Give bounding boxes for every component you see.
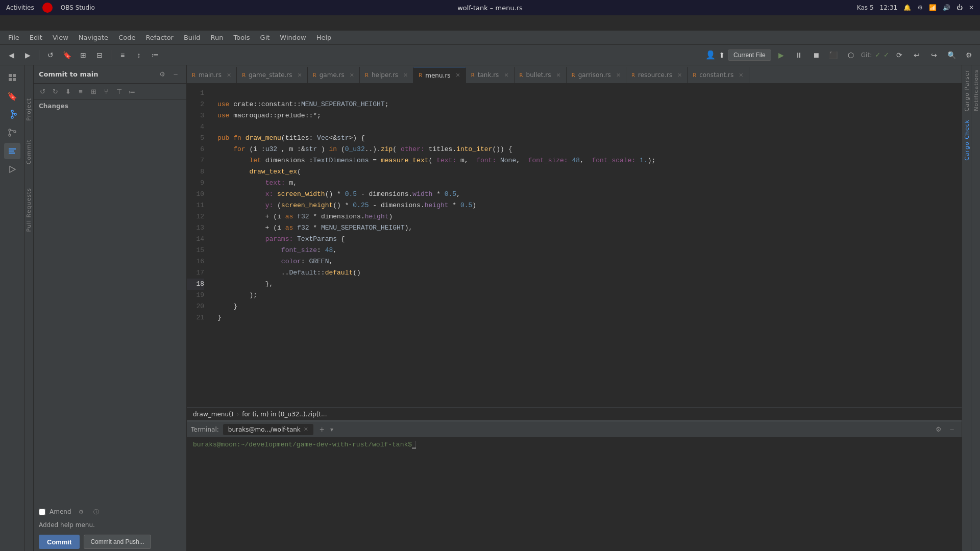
bell-icon[interactable]: 🔔 — [903, 4, 911, 11]
tab-close-menu-rs[interactable]: ✕ — [456, 72, 460, 79]
sidebar-icon-project[interactable] — [4, 69, 20, 86]
power-icon[interactable]: ⏻ — [957, 4, 963, 11]
git-undo[interactable]: ↩ — [910, 48, 924, 62]
menu-file[interactable]: File — [4, 33, 23, 42]
breadcrumb-loop[interactable]: for (i, m) in (0_u32..).zip(t... — [242, 411, 327, 418]
tab-tank-rs[interactable]: R tank.rs ✕ — [466, 67, 514, 83]
tab-close-constant-rs[interactable]: ✕ — [739, 72, 743, 79]
git-redo-btn[interactable]: ↻ — [50, 86, 61, 97]
tab-close-helper-rs[interactable]: ✕ — [403, 72, 408, 79]
tab-game-rs[interactable]: R game.rs ✕ — [308, 67, 360, 83]
git-branch-btn[interactable]: ⑂ — [101, 86, 112, 97]
sidebar-icon-bookmark[interactable]: 🔖 — [4, 88, 20, 104]
commit-push-button[interactable]: Commit and Push... — [84, 535, 151, 549]
coverage-btn[interactable]: ⬛ — [826, 48, 841, 62]
tab-close-main-rs[interactable]: ✕ — [227, 72, 231, 79]
user-label: Kas 5 — [857, 4, 874, 11]
git-fetch-btn[interactable]: ≡ — [75, 86, 86, 97]
menu-git[interactable]: Git — [256, 33, 274, 42]
breadcrumb-fn[interactable]: draw_menu() — [193, 411, 233, 418]
tab-bar: R main.rs ✕ R game_state.rs ✕ R game.rs … — [187, 65, 962, 84]
menu-build[interactable]: Build — [180, 33, 205, 42]
git-panel: Commit to main ⚙ – ↺ ↻ ⬇ ≡ ⊞ ⑂ ⊤ ≔ Chang… — [34, 65, 187, 551]
profile-btn[interactable]: ⬡ — [844, 48, 858, 62]
tab-main-rs[interactable]: R main.rs ✕ — [187, 67, 237, 83]
git-undo-btn[interactable]: ↺ — [37, 86, 48, 97]
menu-window[interactable]: Window — [276, 33, 310, 42]
toolbar-filter[interactable]: ≔ — [148, 48, 162, 62]
code-wrapper: 12345 678910 1112131415 161718192021 use… — [187, 84, 962, 407]
git-tag-btn[interactable]: ≔ — [126, 86, 137, 97]
window-close[interactable]: ✕ — [969, 4, 974, 11]
notifications-tab[interactable]: Notifications — [971, 65, 980, 115]
terminal-tab[interactable]: buraks@mo.../wolf-tank ✕ — [223, 424, 313, 435]
terminal-dropdown-btn[interactable]: ▾ — [330, 426, 333, 433]
menu-navigate[interactable]: Navigate — [75, 33, 112, 42]
toolbar-refresh[interactable]: ↺ — [43, 48, 58, 62]
volume-icon: 🔊 — [943, 4, 950, 11]
toolbar-bookmark[interactable]: 🔖 — [60, 48, 74, 62]
sidebar-icon-run[interactable] — [4, 161, 20, 178]
menu-view[interactable]: View — [48, 33, 72, 42]
commit-button[interactable]: Commit — [39, 535, 80, 549]
activities-label[interactable]: Activities — [6, 4, 34, 11]
terminal-tab-close[interactable]: ✕ — [304, 426, 308, 433]
settings-icon[interactable]: ⚙ — [917, 4, 923, 11]
tab-close-game-rs[interactable]: ✕ — [350, 72, 354, 79]
tab-game-state-rs[interactable]: R game_state.rs ✕ — [237, 67, 308, 83]
terminal-minimize-btn[interactable]: – — [946, 424, 958, 435]
sidebar-icon-git[interactable] — [4, 106, 20, 122]
sidebar-icons: 🔖 — [0, 65, 24, 551]
terminal-add-btn[interactable]: + — [320, 425, 324, 434]
tab-close-garrison-rs[interactable]: ✕ — [616, 72, 621, 79]
search-btn[interactable]: 🔍 — [944, 48, 959, 62]
amend-settings-btn[interactable]: ⚙ — [76, 506, 87, 517]
menu-run[interactable]: Run — [207, 33, 228, 42]
toolbar-layout[interactable]: ⊟ — [92, 48, 107, 62]
amend-checkbox[interactable] — [39, 509, 45, 515]
terminal-header: Terminal: buraks@mo.../wolf-tank ✕ + ▾ ⚙… — [187, 421, 962, 438]
terminal-settings-btn[interactable]: ⚙ — [933, 424, 944, 435]
git-stash-btn[interactable]: ⊞ — [88, 86, 99, 97]
sidebar-icon-vcs[interactable] — [4, 143, 20, 159]
tab-constant-rs[interactable]: R constant.rs ✕ — [688, 67, 749, 83]
menu-tools[interactable]: Tools — [230, 33, 254, 42]
current-file-button[interactable]: Current File — [728, 49, 771, 61]
tab-close-resource-rs[interactable]: ✕ — [677, 72, 682, 79]
sidebar-icon-pr[interactable] — [4, 124, 20, 141]
git-update-btn[interactable]: ⬇ — [62, 86, 74, 97]
tab-close-game-state[interactable]: ✕ — [298, 72, 302, 79]
code-editor[interactable]: use crate::constant::MENU_SEPERATOR_HEIG… — [209, 84, 962, 407]
tab-bullet-rs[interactable]: R bullet.rs ✕ — [514, 67, 567, 83]
toolbar-columns[interactable]: ≡ — [115, 48, 130, 62]
right-sidebar-cargo-parser[interactable]: Cargo Parser — [962, 65, 971, 115]
tab-label-resource-rs: resource.rs — [638, 71, 672, 79]
menu-code[interactable]: Code — [114, 33, 139, 42]
tab-resource-rs[interactable]: R resource.rs ✕ — [626, 67, 688, 83]
run-btn[interactable]: ▶ — [774, 48, 789, 62]
menu-refactor[interactable]: Refactor — [141, 33, 178, 42]
toolbar-forward[interactable]: ▶ — [20, 48, 35, 62]
terminal-content[interactable]: buraks@moon:~/development/game-dev-with-… — [187, 438, 962, 551]
tab-helper-rs[interactable]: R helper.rs ✕ — [360, 67, 413, 83]
stop-btn[interactable]: ⏹ — [809, 48, 823, 62]
tab-garrison-rs[interactable]: R garrison.rs ✕ — [567, 67, 626, 83]
toolbar-grid[interactable]: ⊞ — [76, 48, 90, 62]
right-sidebar-cargo-check[interactable]: Cargo Check — [962, 115, 971, 165]
tab-close-bullet-rs[interactable]: ✕ — [556, 72, 561, 79]
tab-close-tank-rs[interactable]: ✕ — [504, 72, 508, 79]
tab-menu-rs[interactable]: R menu.rs ✕ — [413, 67, 465, 83]
amend-info-btn[interactable]: ⓘ — [91, 506, 102, 517]
git-redo[interactable]: ↪ — [927, 48, 941, 62]
toolbar-sort[interactable]: ↕ — [132, 48, 146, 62]
pause-btn[interactable]: ⏸ — [792, 48, 806, 62]
git-merge-btn[interactable]: ⊤ — [113, 86, 125, 97]
git-refresh[interactable]: ⟳ — [892, 48, 906, 62]
settings-btn[interactable]: ⚙ — [962, 48, 976, 62]
toolbar-back[interactable]: ◀ — [4, 48, 18, 62]
upload-icon[interactable]: ⬆ — [719, 51, 725, 59]
menu-help[interactable]: Help — [312, 33, 336, 42]
git-settings-btn[interactable]: ⚙ — [157, 69, 168, 80]
menu-edit[interactable]: Edit — [26, 33, 46, 42]
git-minimize-btn[interactable]: – — [170, 69, 181, 80]
